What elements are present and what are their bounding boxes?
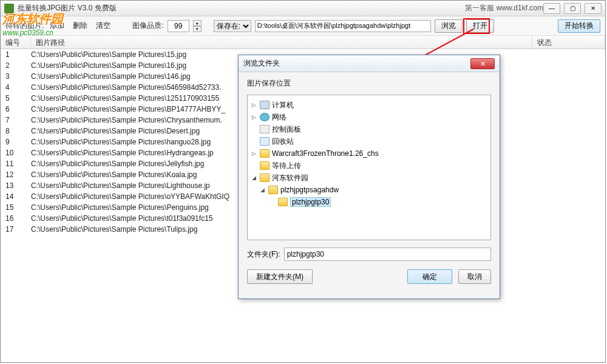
expand-icon[interactable]: ◢ xyxy=(259,187,266,193)
browse-folder-dialog: 浏览文件夹 ✕ 图片保存位置 ▷计算机▷网络控制面板回收站▷Warcraft3F… xyxy=(238,55,500,299)
tree-item-label: 计算机 xyxy=(272,100,294,110)
tree-item[interactable]: 回收站 xyxy=(250,135,488,147)
tree-item[interactable]: plzhjpgtp30 xyxy=(250,196,488,208)
folder-open-icon xyxy=(268,186,278,194)
tree-item-label: 河东软件园 xyxy=(272,173,308,183)
cell-number: 3 xyxy=(1,71,31,82)
cell-number: 4 xyxy=(1,82,31,93)
tree-item[interactable]: ▷计算机 xyxy=(250,99,488,111)
col-number[interactable]: 编号 xyxy=(1,36,31,49)
close-button[interactable]: ✕ xyxy=(585,3,602,14)
delete-button[interactable]: 删除 xyxy=(73,21,87,31)
minimize-button[interactable]: — xyxy=(543,3,560,14)
open-button[interactable]: 打开 xyxy=(466,19,494,33)
expand-icon[interactable]: ▷ xyxy=(250,102,257,108)
dialog-titlebar: 浏览文件夹 ✕ xyxy=(239,55,500,72)
tree-item[interactable]: 控制面板 xyxy=(250,123,488,135)
expand-icon[interactable]: ▷ xyxy=(250,114,257,120)
network-icon xyxy=(260,113,270,121)
save-location-select[interactable]: 保存在: xyxy=(214,20,251,32)
computer-icon xyxy=(260,101,270,109)
cell-number: 10 xyxy=(1,147,31,158)
quality-input[interactable] xyxy=(168,20,189,32)
folder-open-icon xyxy=(260,174,270,182)
tree-item-label: 控制面板 xyxy=(272,124,301,135)
save-path-input[interactable] xyxy=(255,20,431,32)
folder-icon xyxy=(278,198,288,206)
cpanel-icon xyxy=(260,125,270,133)
window-subtitle: 第一客服 www.d1kf.com xyxy=(465,3,543,13)
cell-number: 5 xyxy=(1,93,31,104)
quality-up-button[interactable]: ▴ xyxy=(193,20,202,26)
tree-item[interactable]: ▷网络 xyxy=(250,111,488,123)
expand-icon[interactable]: ◢ xyxy=(250,175,257,181)
images-label: 待转的图片: xyxy=(5,21,44,31)
cell-number: 8 xyxy=(1,126,31,136)
titlebar: 批量转换JPG图片 V3.0 免费版 第一客服 www.d1kf.com — ▢… xyxy=(1,1,605,16)
expand-icon[interactable]: ▷ xyxy=(250,150,257,157)
cell-number: 13 xyxy=(1,180,31,191)
cancel-button[interactable]: 取消 xyxy=(458,269,491,284)
window-title: 批量转换JPG图片 V3.0 免费版 xyxy=(18,3,447,13)
folder-icon xyxy=(260,161,270,170)
dialog-label: 图片保存位置 xyxy=(247,78,491,89)
tree-item-label: Warcraft3FrozenThrone1.26_chs xyxy=(272,149,379,158)
clear-button[interactable]: 清空 xyxy=(96,21,110,31)
app-icon xyxy=(4,4,14,13)
cell-number: 17 xyxy=(1,224,31,235)
cell-number: 2 xyxy=(1,60,31,71)
add-button[interactable]: 添加 xyxy=(50,21,64,31)
tree-item[interactable]: ◢plzhjpgtpsagahdw xyxy=(250,184,488,196)
dialog-title: 浏览文件夹 xyxy=(243,58,470,69)
col-path[interactable]: 图片路径 xyxy=(31,36,532,49)
table-header: 编号 图片路径 状态 xyxy=(1,36,605,49)
quality-down-button[interactable]: ▾ xyxy=(193,26,202,32)
folder-tree[interactable]: ▷计算机▷网络控制面板回收站▷Warcraft3FrozenThrone1.26… xyxy=(247,95,491,240)
maximize-button[interactable]: ▢ xyxy=(564,3,581,14)
new-folder-button[interactable]: 新建文件夹(M) xyxy=(247,269,313,284)
cell-number: 15 xyxy=(1,202,31,213)
folder-field-label: 文件夹(F): xyxy=(247,249,280,260)
quality-label: 图像品质: xyxy=(132,21,163,31)
cell-number: 14 xyxy=(1,191,31,202)
cell-number: 7 xyxy=(1,115,31,126)
ok-button[interactable]: 确定 xyxy=(407,269,452,284)
tree-item[interactable]: 等待上传 xyxy=(250,160,488,172)
browse-button[interactable]: 浏览 xyxy=(435,19,463,33)
cell-number: 12 xyxy=(1,169,31,180)
recycle-icon xyxy=(260,137,270,146)
cell-number: 11 xyxy=(1,158,31,169)
folder-name-input[interactable] xyxy=(284,248,491,261)
cell-number: 6 xyxy=(1,104,31,115)
col-status[interactable]: 状态 xyxy=(532,36,605,49)
tree-item[interactable]: ◢河东软件园 xyxy=(250,172,488,184)
tree-item[interactable]: ▷Warcraft3FrozenThrone1.26_chs xyxy=(250,147,488,160)
cell-number: 16 xyxy=(1,213,31,224)
dialog-close-button[interactable]: ✕ xyxy=(470,58,495,69)
cell-number: 9 xyxy=(1,136,31,147)
folder-icon xyxy=(260,149,270,158)
toolbar: 待转的图片: 添加 删除 清空 图像品质: ▴ ▾ 保存在: 浏览 打开 开始转… xyxy=(1,16,605,36)
tree-item-label: plzhjpgtp30 xyxy=(290,197,331,207)
tree-item-label: 回收站 xyxy=(272,136,294,147)
start-convert-button[interactable]: 开始转换 xyxy=(558,19,600,33)
tree-item-label: plzhjpgtpsagahdw xyxy=(280,186,339,194)
cell-number: 1 xyxy=(1,49,31,60)
tree-item-label: 网络 xyxy=(272,112,287,123)
tree-item-label: 等待上传 xyxy=(272,161,301,171)
